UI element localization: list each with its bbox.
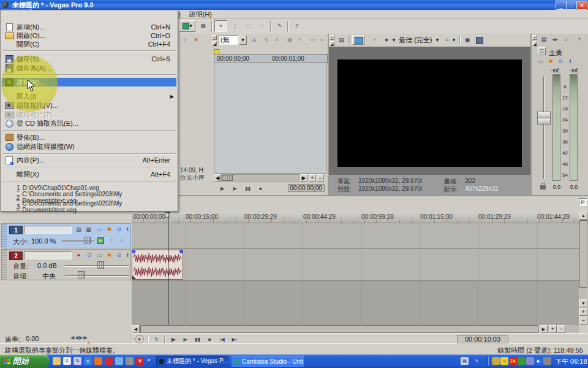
explorer-delete-button[interactable]: ✕ [191,36,201,45]
pen-tool-button[interactable]: ✎ [273,20,286,32]
menu-item-close[interactable]: 關閉(C) Ctrl+F4 [2,40,176,48]
project-properties-button[interactable]: ▤ [336,36,347,45]
tray-network-icon[interactable] [526,357,534,365]
quality-dropdown-arrow[interactable]: ▾ [434,36,440,45]
preview-quality-button[interactable]: ● [382,36,391,45]
track-solo-button[interactable]: ! [123,251,132,259]
panel-close-button[interactable]: × [532,35,537,40]
timeline-empty-area[interactable] [132,281,579,325]
go-to-start-button[interactable]: |◀ [216,335,228,343]
split-screen-button[interactable]: ≡ [443,36,451,45]
track1-size-slider-thumb[interactable] [84,237,91,244]
trimmer-media-select[interactable]: (無 [219,36,238,45]
trimmer-mark-in-button[interactable]: ↦ [308,36,318,45]
taskbar-task-camtasia[interactable]: Camtasia Studio - Unti... [232,356,304,367]
trimmer-scrollbar-thumb[interactable] [222,175,233,181]
trimmer-scrollbar-track[interactable] [221,174,300,182]
copy-snapshot-button[interactable]: ▣ [462,36,472,45]
play-from-start-button[interactable]: |▶ [167,335,179,343]
scroll-right-button[interactable]: ▶ [540,325,548,333]
track1-name-field[interactable] [24,226,72,234]
automation-settings-button[interactable]: ▭ [95,226,104,234]
composite-child-down-button[interactable]: ↓ [117,237,126,245]
track1-number[interactable]: 1 [9,226,23,234]
track2-name-field[interactable] [24,251,72,259]
normal-edit-tool-button[interactable]: ≈ [214,20,227,32]
mixer-automation-button[interactable]: ▭ [537,58,545,66]
external-monitor-button[interactable] [352,35,364,45]
firefox-icon[interactable] [94,357,102,365]
play-button[interactable]: ▶ [179,335,191,343]
trimmer-play-button[interactable]: ▶ [229,184,241,193]
trimmer-scroll-right-button[interactable]: ▶ [300,174,307,182]
track-mute-button[interactable]: ⊘ [115,251,124,259]
menu-item-extract-audio-cd[interactable]: 從 CD 抽取音訊(E)... [2,119,176,128]
app-shortcut-icon[interactable]: ✎ [74,357,81,365]
panel-close-button[interactable]: × [330,35,334,40]
track-zoom-out-button[interactable]: − [579,316,587,324]
tray-player-icon[interactable]: ▶ [535,357,543,365]
insert-bus-button[interactable]: + [575,35,584,44]
fade-handle[interactable] [132,275,136,279]
track-fx-button[interactable]: ✱ [105,226,114,234]
preview-quality-label[interactable]: 最佳 (完全) [399,36,432,45]
mixer-fx-button[interactable]: ✱ [546,58,555,66]
minimize-button[interactable]: _ [556,1,567,10]
close-button[interactable]: ✕ [576,1,587,10]
menu-item-publish[interactable]: 發佈(B)... [2,133,176,142]
zoom-edit-tool-button[interactable]: ○ [255,20,268,32]
vegas-shortcut-icon[interactable]: V [136,357,144,365]
composite-parent-up-button[interactable]: ↑ [107,237,116,245]
save-snapshot-button[interactable] [475,36,484,45]
trimmer-media-properties-button[interactable]: A [249,36,259,45]
track2-pan-slider-thumb[interactable] [78,271,85,278]
tray-update-icon[interactable] [543,357,551,365]
trimmer-media-dropdown-button[interactable]: ▾ [239,36,247,45]
meter-left[interactable] [552,74,560,181]
preview-quality-dropdown[interactable]: ▾ [391,36,397,45]
scroll-up-button[interactable]: ▲ [579,212,587,220]
cursor-time-display[interactable]: 00:00:10;03 [457,335,508,343]
whats-this-help-button[interactable]: ? [290,20,303,32]
mixer-properties-button[interactable]: ▤ [539,35,549,44]
quick-launch-overflow[interactable]: » [147,356,151,363]
bypass-motion-blur-button[interactable]: ▨ [74,226,83,234]
trimmer-pause-button[interactable]: ▮▮ [242,184,254,193]
trimmer-open-button[interactable]: ↯ [262,36,271,45]
track-motion-button[interactable]: ▩ [84,226,93,234]
track1-content-row[interactable] [132,223,579,249]
pen-input-icon[interactable]: ✎ [473,357,481,365]
trimmer-remove-button[interactable]: ✕ [272,36,282,45]
explorer-history-button[interactable]: ○ [180,36,190,45]
automation-settings-button[interactable]: ▭ [95,251,104,259]
stop-button[interactable]: ■ [204,335,216,343]
taskbar-task-vegas[interactable]: 未標題的 * - Vegas P... [156,356,228,367]
track2-pan-slider-track[interactable] [65,275,129,277]
recent-file-3[interactable]: 3 C:\Documents and Settings\0203\My Docu… [2,202,176,211]
dock-tab-button[interactable]: P [579,198,587,206]
master-fader-track[interactable] [543,77,545,179]
track2-content-row[interactable] [132,249,579,281]
selection-edit-tool-button[interactable]: □ [242,20,255,32]
track-solo-button[interactable]: ! [123,226,132,234]
master-fader-handle-right[interactable] [537,118,551,125]
restore-button[interactable]: □ [566,1,577,10]
start-button[interactable]: 開始 [0,355,49,368]
track-mute-button[interactable]: ⊘ [115,226,124,234]
trimmer-stop-button[interactable]: ■ [255,184,266,193]
camera-app-icon[interactable] [126,357,134,365]
playhead-line[interactable] [168,212,168,325]
scroll-left-button[interactable]: ◀ [132,325,140,333]
loop-playback-button[interactable]: ↻ [151,335,162,343]
envelope-edit-tool-button[interactable]: ∫ [228,20,241,32]
internet-explorer-icon[interactable]: e [84,357,92,365]
timeline-hscrollbar[interactable]: ◀ ▶ + − [132,325,579,333]
panel-close-button[interactable]: × [212,35,217,40]
fader-lock-icon[interactable] [540,185,546,190]
tray-smiley-icon[interactable]: ☺ [500,357,508,365]
time-zoom-in-button[interactable]: + [549,325,557,333]
record-arm-button[interactable]: ● [74,251,83,259]
panel-undock-button[interactable]: ◢ [532,41,537,46]
scroll-down-button[interactable]: ▼ [579,299,587,307]
track2-volume-slider-thumb[interactable] [97,261,104,269]
